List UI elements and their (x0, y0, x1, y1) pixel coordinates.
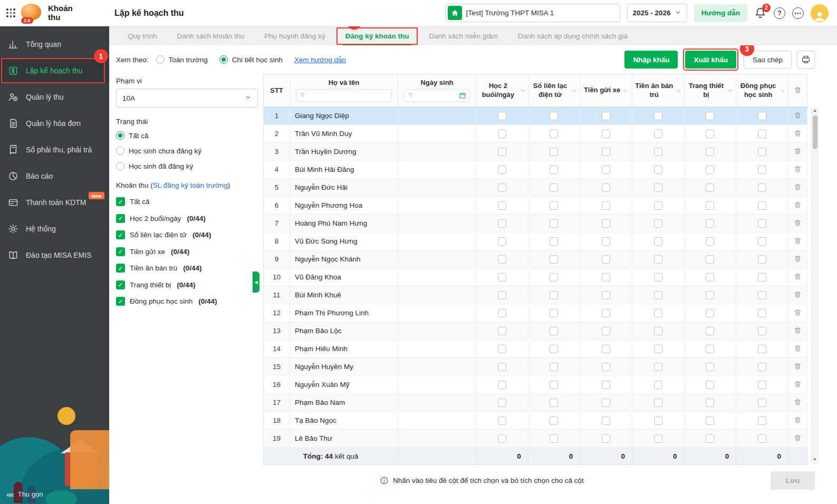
sidebar-item[interactable]: Hệ thống (0, 216, 109, 242)
tab[interactable]: Phụ huynh đăng ký (254, 26, 335, 45)
delete-row-icon[interactable] (794, 273, 802, 280)
radio-option[interactable]: Học sinh chưa đăng ký (116, 147, 258, 155)
fee-checkbox[interactable] (706, 434, 714, 443)
fee-filter-checkbox[interactable]: ✓ Trang thiết bị (0/44) (116, 280, 258, 289)
delete-row-icon[interactable] (794, 308, 802, 316)
fee-checkbox[interactable] (550, 237, 558, 246)
fee-checkbox[interactable] (498, 148, 506, 156)
fee-checkbox[interactable] (706, 309, 714, 317)
delete-row-icon[interactable] (794, 326, 802, 334)
fee-checkbox[interactable] (550, 416, 558, 425)
fee-checkbox[interactable] (550, 148, 558, 156)
tab[interactable]: Danh sách áp dụng chính sách giá (508, 26, 638, 45)
fee-checkbox[interactable] (550, 219, 558, 228)
fee-checkbox[interactable] (498, 130, 506, 138)
fee-checkbox[interactable] (758, 130, 766, 138)
fee-checkbox[interactable] (498, 399, 506, 407)
fee-checkbox[interactable] (654, 237, 662, 246)
fee-checkbox[interactable] (654, 273, 662, 282)
fee-checkbox[interactable] (654, 183, 662, 192)
fee-filter-checkbox[interactable]: ✓ Sổ liên lạc điện tử (0/44) (116, 230, 258, 239)
fee-checkbox[interactable] (758, 327, 766, 335)
fee-column-header[interactable]: Sổ liên lạc điện tử (528, 74, 580, 107)
fee-column-header[interactable]: Đồng phục học sinh (736, 74, 788, 107)
sidebar-item[interactable]: Thanh toán KDTM New (0, 189, 109, 216)
fee-checkbox[interactable] (602, 434, 610, 443)
fee-checkbox[interactable] (550, 273, 558, 282)
fee-checkbox[interactable] (706, 183, 714, 192)
scroll-down-icon[interactable]: ▼ (813, 456, 817, 463)
fee-checkbox[interactable] (706, 201, 714, 210)
fee-checkbox[interactable] (498, 201, 506, 210)
fee-checkbox[interactable] (706, 381, 714, 389)
fee-checkbox[interactable] (602, 416, 610, 425)
fee-checkbox[interactable] (602, 166, 610, 174)
delete-row-icon[interactable] (794, 398, 802, 406)
fee-checkbox[interactable] (498, 183, 506, 192)
sidebar-item[interactable]: Quản lý thu (0, 84, 109, 110)
tab[interactable]: Quy trình (118, 26, 167, 45)
fee-checkbox[interactable] (654, 130, 662, 138)
fee-checkbox[interactable] (758, 291, 766, 299)
fee-checkbox[interactable] (758, 255, 766, 264)
delete-row-icon[interactable] (794, 129, 802, 137)
fee-checkbox[interactable] (758, 381, 766, 389)
fee-checkbox[interactable] (498, 112, 506, 120)
delete-row-icon[interactable] (794, 362, 802, 370)
fee-checkbox[interactable] (654, 255, 662, 264)
sidebar-item[interactable]: Đào tạo MISA EMIS (0, 242, 109, 268)
fee-filter-checkbox[interactable]: ✓ Học 2 buổi/ngày (0/44) (116, 214, 258, 223)
delete-row-icon[interactable] (794, 219, 802, 227)
delete-row-icon[interactable] (794, 147, 802, 155)
fee-checkbox[interactable] (602, 201, 610, 210)
fee-checkbox[interactable] (602, 237, 610, 246)
fee-checkbox[interactable] (602, 381, 610, 389)
fee-checkbox[interactable] (706, 273, 714, 282)
delete-row-icon[interactable] (794, 237, 802, 245)
school-selector[interactable]: [Test] Trường THPT MISA 1 (445, 4, 620, 22)
school-year-select[interactable]: 2025 - 2026 (627, 4, 687, 22)
fee-checkbox[interactable] (758, 345, 766, 353)
fee-checkbox[interactable] (706, 345, 714, 353)
fee-checkbox[interactable] (758, 309, 766, 317)
sidebar-item[interactable]: Lập kế hoạch thu 1 (0, 57, 109, 84)
fee-checkbox[interactable] (654, 363, 662, 371)
delete-row-icon[interactable] (794, 111, 802, 119)
fee-checkbox[interactable] (550, 112, 558, 120)
fee-checkbox[interactable] (602, 112, 610, 120)
fee-checkbox[interactable] (758, 416, 766, 425)
fee-checkbox[interactable] (550, 381, 558, 389)
fee-checkbox[interactable] (654, 291, 662, 299)
fee-checkbox[interactable] (706, 166, 714, 174)
fee-checkbox[interactable] (758, 434, 766, 443)
fee-checkbox[interactable] (654, 399, 662, 407)
fee-checkbox[interactable] (654, 148, 662, 156)
fee-checkbox[interactable] (498, 363, 506, 371)
fee-checkbox[interactable] (550, 345, 558, 353)
sidebar-collapse-button[interactable]: «« Thu gọn (6, 490, 43, 499)
fees-total-link[interactable]: SL đăng ký toàn trường (153, 181, 228, 189)
user-avatar[interactable] (811, 4, 829, 22)
fee-checkbox[interactable] (654, 434, 662, 443)
fee-checkbox[interactable] (654, 219, 662, 228)
fee-checkbox[interactable] (706, 112, 714, 120)
fee-checkbox[interactable] (706, 363, 714, 371)
fee-checkbox[interactable] (654, 112, 662, 120)
fee-checkbox[interactable] (706, 219, 714, 228)
fee-filter-checkbox[interactable]: ✓ Đồng phục học sinh (0/44) (116, 297, 258, 306)
fee-checkbox[interactable] (550, 363, 558, 371)
fee-checkbox[interactable] (498, 166, 506, 174)
fee-checkbox[interactable] (758, 201, 766, 210)
fee-checkbox[interactable] (550, 255, 558, 264)
scope-select[interactable]: 10A (116, 89, 258, 108)
fee-checkbox[interactable] (498, 273, 506, 282)
scrollbar-thumb[interactable] (813, 115, 817, 149)
view-guide-link[interactable]: Xem hướng dẫn (294, 56, 346, 64)
filter-panel-collapse-handle[interactable]: ◀ (253, 272, 259, 293)
delete-row-icon[interactable] (794, 290, 802, 298)
fee-checkbox[interactable] (758, 237, 766, 246)
save-button[interactable]: Lưu (771, 471, 815, 490)
fee-checkbox[interactable] (654, 327, 662, 335)
radio-option[interactable]: Toàn trường (156, 55, 208, 64)
fee-checkbox[interactable] (602, 183, 610, 192)
